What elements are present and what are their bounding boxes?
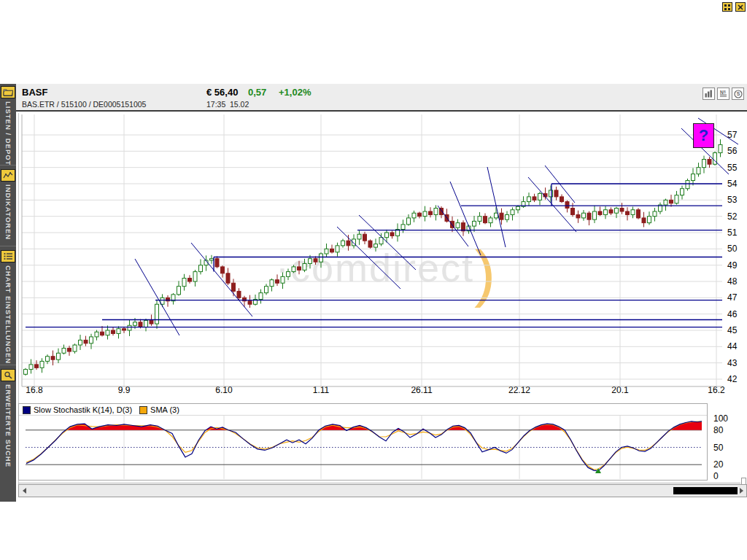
- sidebar-item-label: CHART EINSTELLUNGEN: [4, 265, 12, 364]
- price-change-percent: +1,02%: [279, 87, 311, 98]
- indicators-icon: [1, 169, 15, 182]
- folder-icon: [1, 86, 15, 98]
- quote-time: 17:35: [206, 100, 225, 109]
- sidebar-item-listen-depot[interactable]: LISTEN / DEPOT: [0, 86, 16, 166]
- svg-text:51: 51: [727, 228, 738, 238]
- application-window: LISTEN / DEPOT INDIKATOREN CHART EINSTEL…: [0, 0, 747, 560]
- svg-text:80: 80: [713, 425, 724, 435]
- sidebar-divider: [0, 246, 16, 246]
- scroll-right-icon[interactable]: [737, 486, 746, 495]
- indicator-close-button[interactable]: [735, 2, 746, 12]
- search-icon: [1, 369, 15, 381]
- svg-text:44: 44: [727, 341, 738, 351]
- news-icon[interactable]: NB: [717, 88, 729, 100]
- svg-text:100: 100: [713, 413, 728, 424]
- instrument-name: BASF: [22, 87, 47, 98]
- sidebar-divider: [0, 165, 16, 166]
- svg-text:55: 55: [727, 163, 738, 173]
- svg-text:52: 52: [727, 211, 738, 222]
- sma-legend-label: SMA (3): [150, 405, 179, 414]
- sidebar-item-label: ERWEITERTE SUCHE: [4, 384, 12, 467]
- svg-text:45: 45: [727, 325, 738, 335]
- sidebar-item-label: LISTEN / DEPOT: [4, 101, 12, 166]
- instrument-details: BAS.ETR / 515100 / DE0005151005: [22, 100, 146, 109]
- svg-text:54: 54: [727, 179, 738, 189]
- svg-text:43: 43: [727, 358, 738, 368]
- svg-text:0: 0: [713, 471, 719, 481]
- svg-text:B: B: [724, 90, 727, 94]
- scrollbar-thumb[interactable]: [673, 487, 738, 494]
- indicator-legend: Slow Stochastik K(14), D(3) SMA (3): [23, 405, 179, 415]
- svg-text:42: 42: [727, 374, 738, 384]
- sidebar-item-label: INDIKATOREN: [4, 184, 12, 240]
- svg-text:47: 47: [727, 292, 738, 303]
- sidebar-item-erweiterte-suche[interactable]: ERWEITERTE SUCHE: [0, 369, 16, 467]
- sidebar-item-indikatoren[interactable]: INDIKATOREN: [0, 169, 16, 240]
- last-price: € 56,40: [206, 87, 238, 98]
- horizontal-scrollbar[interactable]: [18, 484, 747, 497]
- svg-text:48: 48: [727, 276, 738, 287]
- chart-settings-icon: [1, 250, 15, 262]
- question-annotation[interactable]: ?: [693, 123, 714, 148]
- bar-chart-icon[interactable]: [703, 88, 715, 100]
- svg-text:46: 46: [727, 309, 738, 319]
- sma-legend-swatch: [139, 406, 147, 414]
- quote-date: 15.02: [230, 100, 249, 109]
- stochastic-panel[interactable]: 1008050200 Slow Stochastik K(14), D(3) S…: [18, 403, 747, 483]
- svg-text:56: 56: [727, 146, 738, 156]
- svg-text:50: 50: [727, 244, 738, 254]
- svg-text:53: 53: [727, 195, 738, 205]
- candlestick-chart[interactable]: 5756555453525150494847464544434216.89.96…: [18, 113, 747, 397]
- indicator-properties-button[interactable]: [722, 2, 732, 12]
- svg-text:S: S: [736, 91, 740, 96]
- price-change: 0,57: [248, 87, 266, 98]
- sidebar-item-chart-einstellungen[interactable]: CHART EINSTELLUNGEN: [0, 250, 16, 364]
- scroll-left-icon[interactable]: [20, 486, 28, 495]
- quote-circle-icon[interactable]: S: [732, 88, 744, 100]
- svg-text:20: 20: [713, 459, 724, 470]
- stochastic-legend-swatch: [23, 406, 31, 414]
- instrument-header: BASF BAS.ETR / 515100 / DE0005151005 € 5…: [16, 84, 747, 112]
- svg-text:50: 50: [713, 443, 724, 453]
- sidebar-divider: [0, 365, 16, 365]
- sidebar: LISTEN / DEPOT INDIKATOREN CHART EINSTEL…: [0, 84, 16, 502]
- stochastic-legend-label: Slow Stochastik K(14), D(3): [34, 405, 132, 414]
- svg-text:49: 49: [727, 260, 738, 271]
- chart-border: [18, 483, 740, 483]
